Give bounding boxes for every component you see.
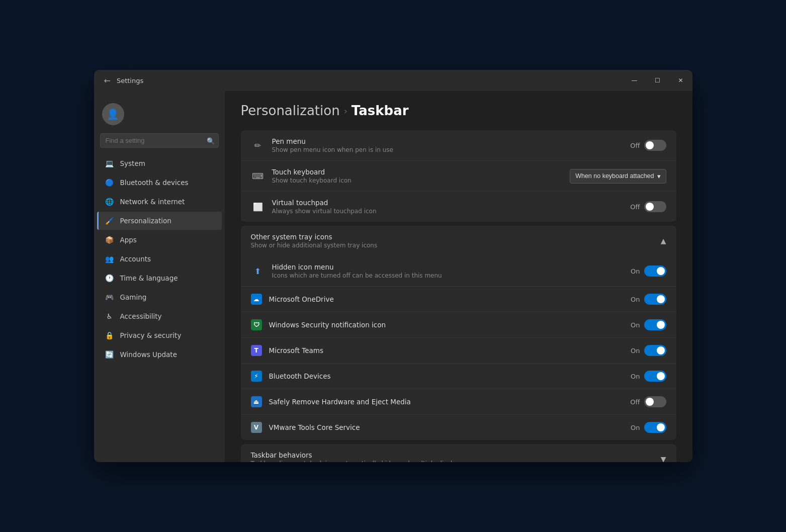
window-controls: — ☐ ✕ bbox=[623, 70, 692, 91]
taskbar-behaviors-desc: Taskbar alignment, badging, automaticall… bbox=[251, 460, 463, 462]
vmware-text: VMware Tools Core Service bbox=[269, 423, 631, 431]
teams-icon: T bbox=[251, 345, 262, 356]
taskbar-behaviors-section: Taskbar behaviors Taskbar alignment, bad… bbox=[241, 444, 676, 462]
security-label: Windows Security notification icon bbox=[269, 321, 631, 329]
onedrive-row: ☁ Microsoft OneDrive On bbox=[241, 287, 676, 312]
sidebar-item-personalization[interactable]: 🖌️ Personalization bbox=[97, 212, 222, 230]
settings-window: ← Settings — ☐ ✕ 👤 🔍 💻 System bbox=[94, 70, 692, 462]
touch-keyboard-row: ⌨️ Touch keyboard Show touch keyboard ic… bbox=[241, 161, 676, 192]
bluetooth-devices-row: ⚡ Bluetooth Devices On bbox=[241, 364, 676, 389]
security-row: 🛡 Windows Security notification icon On bbox=[241, 312, 676, 338]
pen-menu-toggle[interactable] bbox=[644, 140, 666, 151]
breadcrumb: Personalization › Taskbar bbox=[241, 103, 676, 118]
accounts-icon: 👥 bbox=[105, 254, 114, 263]
pen-menu-label: Pen menu bbox=[272, 137, 631, 145]
hidden-icon-toggle[interactable] bbox=[644, 265, 666, 277]
safely-remove-toggle[interactable] bbox=[644, 396, 666, 407]
search-input[interactable] bbox=[100, 133, 219, 148]
sidebar-item-apps[interactable]: 📦 Apps bbox=[97, 231, 222, 249]
pen-icon: ✏️ bbox=[251, 138, 265, 152]
system-tray-chevron: ▲ bbox=[661, 237, 666, 245]
onedrive-text: Microsoft OneDrive bbox=[269, 295, 631, 303]
update-icon: 🔄 bbox=[105, 350, 114, 359]
sidebar-item-accounts[interactable]: 👥 Accounts bbox=[97, 250, 222, 268]
maximize-button[interactable]: ☐ bbox=[646, 70, 669, 91]
bluetooth-icon: 🔵 bbox=[105, 178, 114, 187]
system-tray-title: Other system tray icons bbox=[251, 233, 378, 241]
pen-menu-desc: Show pen menu icon when pen is in use bbox=[272, 146, 631, 153]
safely-remove-row: ⏏ Safely Remove Hardware and Eject Media… bbox=[241, 389, 676, 415]
hidden-icon-text: Hidden icon menu Icons which are turned … bbox=[272, 263, 631, 279]
sidebar-item-gaming[interactable]: 🎮 Gaming bbox=[97, 288, 222, 306]
sidebar-label-accessibility: Accessibility bbox=[120, 312, 162, 320]
teams-toggle-group: On bbox=[631, 345, 666, 356]
safely-remove-text: Safely Remove Hardware and Eject Media bbox=[269, 398, 631, 406]
touch-keyboard-desc: Show touch keyboard icon bbox=[272, 177, 570, 184]
onedrive-toggle-group: On bbox=[631, 294, 666, 305]
bluetooth-devices-toggle-knob bbox=[657, 372, 665, 380]
avatar: 👤 bbox=[102, 103, 124, 125]
breadcrumb-current: Taskbar bbox=[352, 103, 409, 118]
safely-remove-label: Safely Remove Hardware and Eject Media bbox=[269, 398, 631, 406]
teams-toggle-knob bbox=[657, 346, 665, 354]
taskbar-behaviors-header[interactable]: Taskbar behaviors Taskbar alignment, bad… bbox=[241, 444, 676, 462]
back-button[interactable]: ← bbox=[102, 74, 113, 87]
onedrive-label: Microsoft OneDrive bbox=[269, 295, 631, 303]
sidebar-label-gaming: Gaming bbox=[120, 293, 147, 301]
hidden-icon-toggle-knob bbox=[657, 267, 665, 275]
search-box: 🔍 bbox=[100, 133, 219, 148]
hidden-icon-toggle-label: On bbox=[631, 268, 640, 275]
bluetooth-devices-icon: ⚡ bbox=[251, 371, 262, 382]
sidebar-item-system[interactable]: 💻 System bbox=[97, 154, 222, 172]
virtual-touchpad-toggle-group: Off bbox=[630, 201, 666, 212]
touch-keyboard-label: Touch keyboard bbox=[272, 168, 570, 176]
main-content: Personalization › Taskbar ✏️ Pen menu Sh… bbox=[225, 91, 692, 462]
sidebar-label-apps: Apps bbox=[120, 236, 137, 244]
vmware-label: VMware Tools Core Service bbox=[269, 423, 631, 431]
teams-toggle[interactable] bbox=[644, 345, 666, 356]
sidebar-item-update[interactable]: 🔄 Windows Update bbox=[97, 345, 222, 364]
security-toggle[interactable] bbox=[644, 319, 666, 330]
bluetooth-devices-toggle[interactable] bbox=[644, 371, 666, 382]
minimize-button[interactable]: — bbox=[623, 70, 646, 91]
network-icon: 🌐 bbox=[105, 197, 114, 206]
taskbar-behaviors-chevron: ▼ bbox=[661, 455, 666, 462]
pen-menu-row: ✏️ Pen menu Show pen menu icon when pen … bbox=[241, 130, 676, 161]
close-button[interactable]: ✕ bbox=[669, 70, 692, 91]
sidebar-item-privacy[interactable]: 🔒 Privacy & security bbox=[97, 326, 222, 344]
window-title: Settings bbox=[117, 77, 143, 84]
pen-menu-text: Pen menu Show pen menu icon when pen is … bbox=[272, 137, 631, 153]
vmware-toggle[interactable] bbox=[644, 422, 666, 433]
breadcrumb-parent[interactable]: Personalization bbox=[241, 103, 340, 118]
onedrive-toggle[interactable] bbox=[644, 294, 666, 305]
touch-keyboard-dropdown[interactable]: When no keyboard attached ▾ bbox=[570, 169, 666, 184]
bluetooth-devices-text: Bluetooth Devices bbox=[269, 372, 631, 380]
sidebar-label-network: Network & internet bbox=[120, 198, 185, 206]
system-icon: 💻 bbox=[105, 159, 114, 168]
pen-menu-toggle-label: Off bbox=[630, 142, 640, 149]
virtual-touchpad-toggle-knob bbox=[646, 203, 654, 211]
sidebar-label-time: Time & language bbox=[120, 274, 178, 282]
system-tray-header[interactable]: Other system tray icons Show or hide add… bbox=[241, 226, 676, 256]
virtual-touchpad-label: Virtual touchpad bbox=[272, 199, 631, 207]
sidebar-item-accessibility[interactable]: ♿ Accessibility bbox=[97, 307, 222, 325]
time-icon: 🕐 bbox=[105, 274, 114, 283]
virtual-touchpad-toggle[interactable] bbox=[644, 201, 666, 212]
security-toggle-label: On bbox=[631, 321, 640, 329]
dropdown-chevron-icon: ▾ bbox=[657, 172, 661, 180]
sidebar-item-bluetooth[interactable]: 🔵 Bluetooth & devices bbox=[97, 173, 222, 192]
teams-label: Microsoft Teams bbox=[269, 346, 631, 354]
security-text: Windows Security notification icon bbox=[269, 321, 631, 329]
sidebar-item-network[interactable]: 🌐 Network & internet bbox=[97, 193, 222, 211]
sidebar-item-time[interactable]: 🕐 Time & language bbox=[97, 269, 222, 287]
sidebar-label-update: Windows Update bbox=[120, 350, 177, 359]
virtual-touchpad-text: Virtual touchpad Always show virtual tou… bbox=[272, 199, 631, 215]
search-icon: 🔍 bbox=[207, 137, 215, 144]
vmware-toggle-knob bbox=[657, 423, 665, 431]
eject-icon: ⏏ bbox=[251, 396, 262, 407]
touch-keyboard-dropdown-value: When no keyboard attached bbox=[575, 172, 654, 180]
touch-keyboard-text: Touch keyboard Show touch keyboard icon bbox=[272, 168, 570, 184]
safely-remove-toggle-knob bbox=[646, 398, 654, 406]
virtual-touchpad-icon: ⬜ bbox=[251, 200, 265, 214]
security-toggle-knob bbox=[657, 321, 665, 329]
